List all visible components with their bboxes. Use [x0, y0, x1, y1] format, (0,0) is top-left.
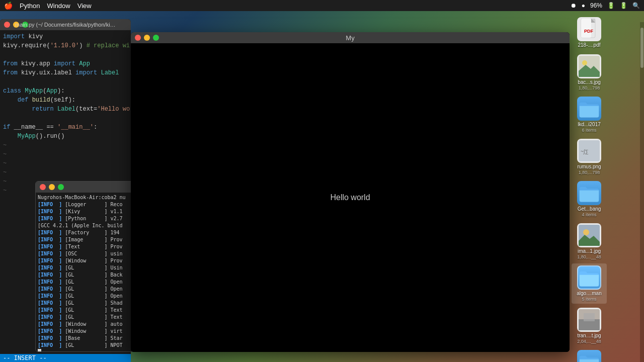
- finder-icon-pdf1: PDF: [577, 17, 601, 41]
- finder-sublabel-folder2: 4 items: [582, 212, 596, 217]
- apple-menu[interactable]: 🍎: [4, 2, 13, 10]
- finder-label-img4: tran....t.jpg: [577, 333, 601, 339]
- vim-line-10: [0, 114, 131, 123]
- battery-percent: 96%: [590, 2, 602, 9]
- log-line-7: [INFO ] [Text ] Prov: [38, 243, 136, 250]
- finder-item-folder1[interactable]: lkd...i2017 6 items: [572, 95, 607, 135]
- finder-label-pdf1: 218-....pdf: [578, 42, 600, 48]
- vim-tilde-2: ~: [0, 150, 131, 159]
- finder-icon-folder2: [577, 181, 601, 205]
- log-line-20: [INFO ] [Base ] Star: [38, 335, 136, 342]
- log-line-15: [INFO ] [GL ] Shad: [38, 300, 136, 307]
- finder-item-folder2[interactable]: Get...bang 4 items: [572, 179, 607, 219]
- vim-tilde-4: ~: [0, 168, 131, 177]
- log-line-6: [INFO ] [Image ] Prov: [38, 236, 136, 243]
- log-line-18: [INFO ] [Window ] auto: [38, 321, 136, 328]
- kivy-app-content: Hello world: [131, 43, 570, 352]
- finder-item-img4[interactable]: tran....t.jpg 2,04,...__48: [572, 306, 607, 346]
- finder-sublabel-folder-selected: 5 items: [582, 297, 596, 302]
- log-line-17: [INFO ] [GL ] Text: [38, 314, 136, 321]
- terminal-cursor-line: [38, 349, 136, 352]
- menubar-left: 🍎 Python Window View: [4, 2, 92, 10]
- terminal-prompt: Nugrohos-MacBook-Air:coba2 nu: [38, 194, 136, 201]
- close-button[interactable]: [4, 22, 10, 28]
- terminal-minimize[interactable]: [49, 184, 55, 190]
- menubar-right: ⏺ ● 96% 🔋 🔋 🔍: [571, 2, 640, 9]
- finder-label-folder1: lkd...i2017: [578, 122, 601, 128]
- vim-code-content: import kivy kivy.require('1.10.0') # rep…: [0, 30, 131, 197]
- vim-line-9: return Label(text='Hello wo: [0, 105, 131, 114]
- menu-view[interactable]: View: [77, 2, 92, 10]
- vim-line-4: from kivy.app import App: [0, 59, 131, 68]
- vim-line-7: class MyApp(App):: [0, 86, 131, 96]
- finder-sublabel-folder1: 6 items: [582, 128, 596, 133]
- finder-icon-img1: [577, 54, 601, 78]
- hello-world-label: Hello world: [330, 193, 370, 202]
- finder-item-img2[interactable]: ~∫∑ rumus.png 1,80,...798: [572, 137, 607, 177]
- record-indicator: ⏺: [571, 2, 577, 9]
- kivy-window-title: My: [346, 34, 354, 42]
- vim-line-2: kivy.require('1.10.0') # replace wi: [0, 41, 131, 50]
- log-line-10: [INFO ] [GL ] Usin: [38, 264, 136, 272]
- finder-sublabel-img1: 1,80,...798: [579, 85, 600, 90]
- vim-line-5: from kivy.uix.label import Label: [0, 68, 131, 77]
- scrollbar-thumb[interactable]: [640, 28, 643, 68]
- finder-icon-img4: [577, 308, 601, 332]
- vim-line-6: [0, 77, 131, 86]
- finder-item-folder-selected[interactable]: algo....man 5 items: [572, 263, 607, 304]
- vim-line-12: MyApp().run(): [0, 132, 131, 141]
- terminal-titlebar: [36, 182, 138, 193]
- scrollbar-track[interactable]: [640, 22, 644, 362]
- svg-rect-1: [581, 19, 591, 38]
- vim-line-3: [0, 50, 131, 59]
- finder-icon-img2: ~∫∑: [577, 139, 601, 163]
- finder-label-img1: bac...s.jpg: [578, 79, 601, 85]
- finder-label-folder2: Get...bang: [578, 206, 601, 212]
- svg-point-10: [583, 229, 589, 235]
- menu-window[interactable]: Window: [47, 2, 70, 10]
- spotlight-icon[interactable]: 🔍: [632, 2, 640, 9]
- terminal-close[interactable]: [40, 184, 46, 190]
- vim-line-11: if __name__ == '__main__':: [0, 123, 131, 132]
- kivy-titlebar: My: [131, 32, 570, 43]
- terminal-cursor: [38, 349, 41, 352]
- vim-tilde-3: ~: [0, 159, 131, 168]
- terminal-maximize[interactable]: [58, 184, 64, 190]
- finder-item-img1[interactable]: bac...s.jpg 1,80,...798: [572, 52, 607, 93]
- log-line-12: [INFO ] [GL ] Open: [38, 279, 136, 286]
- terminal-window[interactable]: Nugrohos-MacBook-Air:coba2 nu [INFO ] [L…: [35, 181, 138, 352]
- kivy-maximize-button[interactable]: [153, 35, 159, 41]
- svg-point-6: [582, 60, 587, 65]
- vim-statusline: -- INSERT --: [0, 354, 131, 362]
- finder-label-folder-selected: algo....man: [577, 291, 601, 297]
- finder-icon-folder3: [577, 350, 601, 362]
- log-line-3: [INFO ] [Python ] v2.7: [38, 215, 136, 222]
- vim-tilde-1: ~: [0, 141, 131, 150]
- log-line-14: [INFO ] [GL ] Open: [38, 293, 136, 300]
- finder-icon-folder-selected: [577, 265, 601, 290]
- log-line-13: [INFO ] [GL ] Open: [38, 286, 136, 293]
- finder-item-img3[interactable]: ima...1.jpg 1,80,...__48: [572, 221, 607, 261]
- svg-text:PDF: PDF: [584, 29, 594, 34]
- finder-item-folder3[interactable]: Kom...njut 5 items: [572, 348, 607, 362]
- finder-sublabel-img4: 2,04,...__48: [577, 339, 601, 344]
- finder-item-pdf1[interactable]: PDF 218-....pdf: [572, 15, 607, 50]
- dropbox-icon: ●: [582, 2, 585, 9]
- finder-label-img3: ima...1.jpg: [578, 248, 601, 254]
- desktop: main.py (~/ Documents/fisika/python/kivy…: [0, 11, 644, 362]
- log-line-4: [GCC 4.2.1 (Apple Inc. build: [38, 222, 136, 229]
- vim-line-1: import kivy: [0, 32, 131, 41]
- log-line-8: [INFO ] [OSC ] usin: [38, 250, 136, 257]
- kivy-minimize-button[interactable]: [144, 35, 150, 41]
- log-line-11: [INFO ] [GL ] Back: [38, 272, 136, 279]
- finder-icon-img3: [577, 223, 601, 247]
- finder-icon-folder1: [577, 97, 601, 121]
- log-line-5: [INFO ] [Factory ] 194: [38, 229, 136, 236]
- kivy-close-button[interactable]: [135, 35, 141, 41]
- kivy-app-window[interactable]: My Hello world: [131, 32, 570, 352]
- menu-python[interactable]: Python: [20, 2, 40, 10]
- finder-label-img2: rumus.png: [577, 164, 601, 170]
- log-line-1: [INFO ] [Logger ] Reco: [38, 201, 136, 208]
- menubar: 🍎 Python Window View ⏺ ● 96% 🔋 🔋 🔍: [0, 0, 644, 11]
- vim-line-8: def build(self):: [0, 96, 131, 105]
